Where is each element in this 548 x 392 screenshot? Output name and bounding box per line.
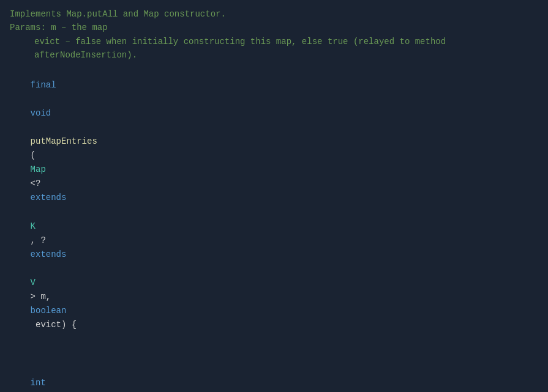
code-line-signature: final void putMapEntries ( Map <? extend… bbox=[0, 64, 548, 347]
code-line-int-s: int s = m. size (); bbox=[0, 347, 548, 392]
generic-open: <? bbox=[31, 179, 46, 188]
gt-m: > m, bbox=[31, 292, 56, 301]
param-evict: evict) { bbox=[31, 320, 77, 330]
type-v: V bbox=[31, 278, 36, 287]
comment-line-3: evict – false when initially constructin… bbox=[34, 35, 538, 48]
paren-open: ( bbox=[31, 150, 36, 160]
comment-line-4: afterNodeInsertion). bbox=[34, 48, 538, 62]
indent1 bbox=[31, 364, 51, 374]
kw-void: void bbox=[31, 108, 51, 118]
kw-boolean: boolean bbox=[31, 306, 67, 316]
type-k: K bbox=[31, 221, 36, 231]
comment-line-2: Params: m – the map bbox=[10, 21, 538, 34]
comment-block: Implements Map.putAll and Map constructo… bbox=[0, 6, 548, 64]
kw-extends2: extends bbox=[31, 250, 67, 259]
kw-int: int bbox=[31, 378, 46, 388]
space2 bbox=[31, 122, 36, 132]
kw-extends1: extends bbox=[31, 193, 67, 202]
space3 bbox=[31, 207, 36, 217]
space4 bbox=[31, 264, 36, 273]
fn-putMapEntries: putMapEntries bbox=[31, 136, 97, 146]
comma: , ? bbox=[31, 235, 51, 245]
comment-line-1: Implements Map.putAll and Map constructo… bbox=[10, 7, 538, 21]
code-container: Implements Map.putAll and Map constructo… bbox=[0, 0, 548, 392]
type-map: Map bbox=[31, 165, 46, 174]
kw-final: final bbox=[31, 80, 56, 90]
space bbox=[31, 94, 36, 104]
